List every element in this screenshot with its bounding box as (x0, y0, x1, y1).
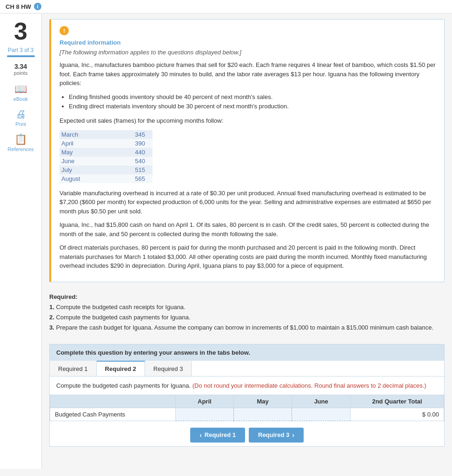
sales-table-row: May440 (60, 148, 153, 157)
sales-month: May (60, 148, 114, 157)
part-number: 3 (14, 19, 27, 43)
compute-text: Compute the budgeted cash payments for I… (50, 377, 444, 391)
page-title: CH 8 HW (6, 3, 31, 10)
sales-units: 565 (114, 174, 153, 183)
info-paragraph3: Iguana, Inc., had $15,800 cash on hand o… (60, 220, 436, 238)
info-title: Required information (60, 39, 436, 46)
question-box: Complete this question by entering your … (49, 344, 445, 447)
sales-table-row: June540 (60, 157, 153, 165)
total-value: 0.00 (427, 411, 439, 418)
next-button[interactable]: Required 3 › (249, 428, 304, 443)
tab-required-2[interactable]: Required 2 (97, 361, 145, 376)
sales-month: July (60, 165, 114, 174)
bullet-item-1: Ending finished goods inventory should b… (69, 93, 436, 102)
row-label-budgeted-cash: Budgeted Cash Payments (50, 408, 176, 421)
sales-month: March (60, 130, 114, 139)
sales-units: 390 (114, 139, 153, 148)
compute-main-text: Compute the budgeted cash payments for I… (56, 382, 191, 389)
content-area: ! Required information [The following in… (42, 13, 452, 469)
chevron-left-icon: ‹ (199, 431, 202, 439)
sales-table-row: August565 (60, 174, 153, 183)
sidebar-item-print[interactable]: 🖨 Print (15, 108, 26, 127)
info-icon[interactable]: i (34, 3, 41, 10)
info-paragraph2: Variable manufacturing overhead is incur… (60, 189, 436, 216)
sales-month: April (60, 139, 114, 148)
print-label: Print (15, 121, 26, 127)
required-item: 1. Compute the budgeted cash receipts fo… (49, 302, 445, 312)
info-paragraph4: Of direct materials purchases, 80 percen… (60, 243, 436, 271)
sales-table-row: April390 (60, 139, 153, 148)
ebook-label: eBook (13, 96, 28, 102)
col-header-april: April (175, 395, 233, 408)
input-may[interactable] (234, 408, 292, 421)
required-section: Required: 1. Compute the budgeted cash r… (49, 289, 445, 337)
references-icon: 📋 (14, 133, 27, 145)
question-header: Complete this question by entering your … (50, 344, 444, 361)
info-paragraph1: Iguana, Inc., manufactures bamboo pictur… (60, 60, 436, 88)
sales-intro: Expected unit sales (frames) for the upc… (60, 116, 436, 126)
next-button-label: Required 3 (258, 431, 289, 438)
col-header-may: May (234, 395, 292, 408)
part-label: Part 3 of 3 (8, 47, 33, 53)
dollar-sign: $ (422, 411, 425, 418)
input-april[interactable] (175, 408, 233, 421)
part-progress-fill (7, 55, 35, 57)
data-table: April May June 2nd Quarter Total Budgete… (50, 395, 444, 421)
print-icon: 🖨 (16, 108, 26, 120)
sales-units: 540 (114, 157, 153, 165)
required-item: 3. Prepare the cash budget for Iguana. A… (49, 323, 445, 333)
required-item: 2. Compute the budgeted cash payments fo… (49, 312, 445, 323)
chevron-right-icon: › (292, 431, 294, 439)
nav-buttons: ‹ Required 1 Required 3 › (50, 421, 444, 446)
compute-note: (Do not round your intermediate calculat… (193, 382, 426, 389)
info-italic-text: [The following information applies to th… (60, 49, 436, 56)
col-header-label (50, 395, 176, 408)
sidebar-item-ebook[interactable]: 📖 eBook (13, 83, 28, 102)
prev-button-label: Required 1 (205, 431, 236, 438)
sidebar: 3 Part 3 of 3 3.34 points 📖 eBook 🖨 Prin… (0, 13, 42, 469)
sales-table-row: July515 (60, 165, 153, 174)
bullet-item-2: Ending direct materials inventory should… (69, 102, 436, 112)
col-header-june: June (292, 395, 350, 408)
tabs-row: Required 1 Required 2 Required 3 (50, 361, 444, 377)
required-label: Required: (49, 293, 445, 300)
sales-month: August (60, 174, 114, 183)
main-layout: 3 Part 3 of 3 3.34 points 📖 eBook 🖨 Prin… (0, 13, 452, 469)
sales-table-row: March345 (60, 130, 153, 139)
sales-table: March345April390May440June540July515Augu… (60, 130, 153, 183)
ebook-icon: 📖 (14, 83, 27, 95)
sales-units: 515 (114, 165, 153, 174)
required-items: 1. Compute the budgeted cash receipts fo… (49, 302, 445, 333)
sales-month: June (60, 157, 114, 165)
col-header-total: 2nd Quarter Total (350, 395, 444, 408)
table-row: Budgeted Cash Payments $ 0.00 (50, 408, 444, 421)
bullet-list: Ending finished goods inventory should b… (69, 93, 436, 112)
points-label: points (14, 70, 27, 76)
points-value: 3.34 (14, 63, 27, 70)
exclamation-badge: ! (60, 26, 69, 35)
input-june[interactable] (292, 408, 350, 421)
top-bar: CH 8 HW i (0, 0, 452, 13)
references-label: References (7, 146, 33, 152)
tab-required-1[interactable]: Required 1 (50, 361, 97, 376)
total-cell: $ 0.00 (350, 408, 444, 421)
sales-units: 440 (114, 148, 153, 157)
tab-required-3[interactable]: Required 3 (145, 361, 192, 376)
sales-units: 345 (114, 130, 153, 139)
prev-button[interactable]: ‹ Required 1 (190, 428, 245, 443)
sidebar-item-references[interactable]: 📋 References (7, 133, 33, 152)
info-box: ! Required information [The following in… (49, 19, 445, 282)
part-progress-bar (7, 55, 35, 57)
